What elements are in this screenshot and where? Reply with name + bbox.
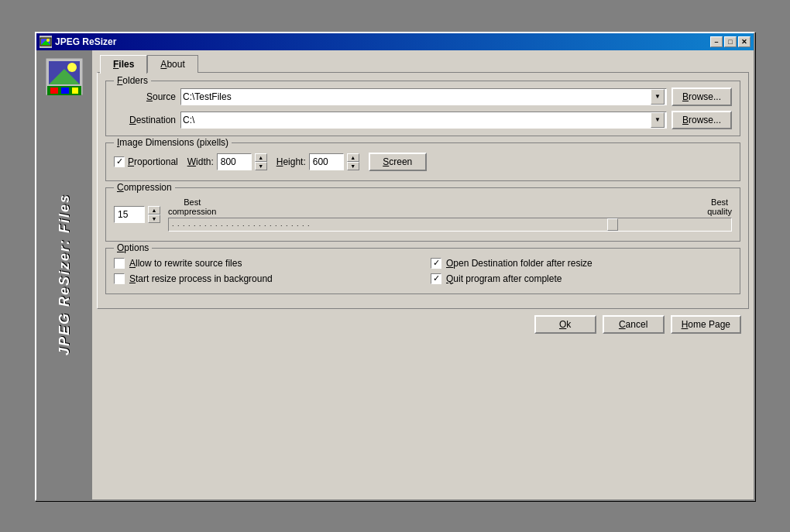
height-down-arrow[interactable]: ▼	[347, 162, 359, 170]
compression-spinners: ▲ ▼	[148, 206, 160, 223]
compression-down-arrow[interactable]: ▼	[148, 215, 160, 223]
width-up-arrow[interactable]: ▲	[255, 153, 267, 162]
height-input[interactable]: 600	[309, 153, 344, 170]
source-dropdown-btn[interactable]: ▼	[651, 89, 665, 105]
compression-group-label: Compression	[114, 182, 175, 193]
sidebar-label: JPEG ReSizer: Files	[57, 194, 73, 355]
compression-value-group: 15 ▲ ▼	[114, 206, 160, 223]
compression-group: Compression 15 ▲ ▼	[105, 187, 740, 242]
height-label: Height:	[276, 156, 306, 167]
tab-files-label: Files	[113, 59, 134, 70]
ok-button[interactable]: Ok	[534, 315, 596, 334]
option-quit-row: ✓ Quit program after complete	[431, 273, 732, 284]
dimensions-group: Image Dimensions (pixells) ✓ Proportiona…	[105, 142, 740, 181]
tab-panel-files: Folders Source C:\TestFiles ▼ Browse...	[97, 72, 749, 309]
destination-label: Destination	[114, 115, 176, 125]
option-open-dest-label: Open Destination folder after resize	[446, 258, 592, 269]
sidebar-icon	[44, 57, 84, 97]
width-label: Width:	[187, 156, 214, 167]
compression-row: 15 ▲ ▼ Bestcompression Bestquality	[114, 194, 732, 235]
destination-value: C:\	[183, 115, 651, 125]
tab-about-label: About	[160, 59, 184, 70]
compression-input[interactable]: 15	[114, 206, 145, 223]
sidebar: JPEG ReSizer: Files	[36, 50, 92, 499]
option-rewrite-row: Allow to rewrite source files	[114, 258, 415, 269]
options-group-label: Options	[114, 242, 152, 253]
option-background-checkbox[interactable]	[114, 273, 125, 284]
proportional-group: ✓ Proportional	[114, 156, 178, 167]
bottom-bar: Ok Cancel Home Page	[97, 309, 749, 340]
source-combo[interactable]: C:\TestFiles ▼	[180, 88, 667, 105]
minimize-button[interactable]: –	[710, 36, 723, 47]
title-buttons: – □ ✕	[710, 36, 750, 47]
option-rewrite-checkbox[interactable]	[114, 258, 125, 269]
options-group: Options Allow to rewrite source files ✓	[105, 248, 740, 294]
height-spinners: ▲ ▼	[347, 153, 359, 170]
option-background-label: Start resize process in background	[129, 273, 273, 284]
width-input[interactable]: 800	[217, 153, 252, 170]
slider-track[interactable]: · · · · · · · · · · · · · · · · · · · · …	[168, 218, 732, 232]
svg-rect-9	[50, 88, 58, 94]
main-window: JPEG ReSizer – □ ✕ JPEG ReSizer: Files	[35, 32, 755, 501]
dimensions-group-label: Image Dimensions (pixells)	[114, 137, 232, 148]
main-content: Files About Folders Source	[92, 50, 754, 499]
option-rewrite-label: Allow to rewrite source files	[129, 258, 242, 269]
option-open-dest-checkbox[interactable]: ✓	[431, 258, 441, 269]
app-icon	[40, 36, 52, 48]
title-bar-left: JPEG ReSizer	[40, 36, 116, 48]
tab-files[interactable]: Files	[100, 55, 147, 74]
svg-rect-10	[61, 88, 69, 94]
source-label: Source	[114, 91, 176, 102]
option-background-row: Start resize process in background	[114, 273, 415, 284]
cancel-button[interactable]: Cancel	[603, 315, 665, 334]
svg-point-3	[46, 39, 50, 42]
tabs: Files About	[100, 55, 749, 73]
source-value: C:\TestFiles	[183, 91, 651, 102]
dimensions-row: ✓ Proportional Width: 800 ▲	[114, 149, 732, 174]
options-grid: Allow to rewrite source files ✓ Open Des…	[114, 255, 732, 287]
slider-container: Bestcompression Bestquality · · · · · · …	[168, 197, 732, 232]
screen-button[interactable]: Screen	[369, 153, 427, 171]
width-down-arrow[interactable]: ▼	[255, 162, 267, 170]
slider-thumb[interactable]	[607, 218, 618, 231]
homepage-button[interactable]: Home Page	[671, 315, 741, 334]
proportional-label: Proportional	[128, 156, 178, 167]
width-group: Width: 800 ▲ ▼	[187, 153, 267, 170]
height-up-arrow[interactable]: ▲	[347, 153, 359, 162]
proportional-checkbox[interactable]: ✓	[114, 156, 125, 167]
window-body: JPEG ReSizer: Files Files About Folders	[36, 50, 754, 499]
compression-value: 15	[118, 209, 128, 220]
folders-group-label: Folders	[114, 75, 151, 86]
width-value: 800	[221, 156, 236, 167]
close-button[interactable]: ✕	[738, 36, 750, 47]
best-compression-label: Bestcompression	[168, 197, 216, 216]
title-bar: JPEG ReSizer – □ ✕	[36, 33, 754, 50]
width-spinners: ▲ ▼	[255, 153, 267, 170]
best-quality-label: Bestquality	[707, 197, 732, 216]
source-row: Source C:\TestFiles ▼ Browse...	[114, 88, 732, 106]
title-text: JPEG ReSizer	[55, 36, 116, 47]
svg-point-7	[67, 63, 77, 72]
option-quit-label: Quit program after complete	[446, 273, 562, 284]
svg-rect-11	[72, 88, 78, 94]
slider-labels: Bestcompression Bestquality	[168, 197, 732, 216]
height-value: 600	[313, 156, 328, 167]
height-group: Height: 600 ▲ ▼	[276, 153, 359, 170]
compression-up-arrow[interactable]: ▲	[148, 206, 160, 215]
destination-row: Destination C:\ ▼ Browse...	[114, 111, 732, 129]
source-browse-button[interactable]: Browse...	[672, 88, 732, 106]
destination-dropdown-btn[interactable]: ▼	[651, 112, 665, 128]
option-quit-checkbox[interactable]: ✓	[431, 273, 441, 284]
maximize-button[interactable]: □	[724, 36, 737, 47]
destination-combo[interactable]: C:\ ▼	[180, 112, 667, 129]
folders-group: Folders Source C:\TestFiles ▼ Browse...	[105, 81, 740, 136]
tab-about[interactable]: About	[147, 55, 198, 73]
option-open-dest-row: ✓ Open Destination folder after resize	[431, 258, 732, 269]
destination-browse-button[interactable]: Browse...	[672, 111, 732, 129]
